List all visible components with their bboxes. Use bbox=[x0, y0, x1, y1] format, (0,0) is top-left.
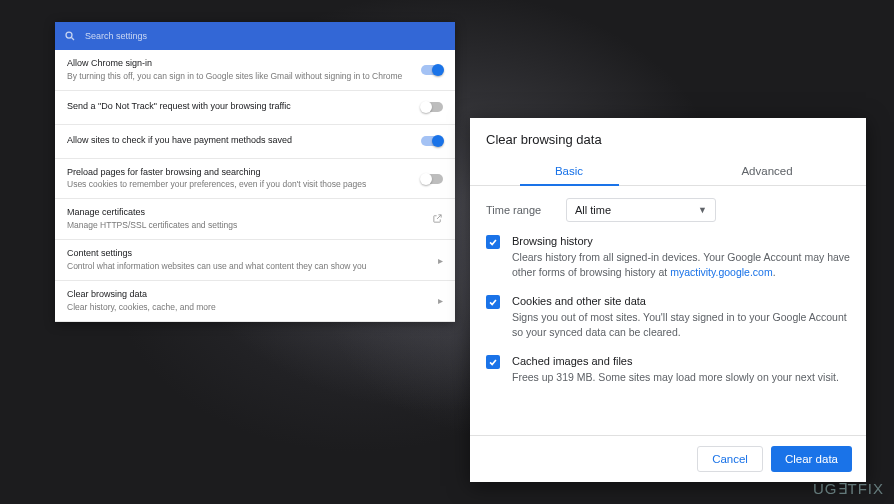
cancel-button[interactable]: Cancel bbox=[697, 446, 763, 472]
dialog-title: Clear browsing data bbox=[470, 118, 866, 157]
setting-title: Clear browsing data bbox=[67, 289, 411, 301]
check-cookies[interactable]: Cookies and other site data Signs you ou… bbox=[486, 294, 850, 340]
setting-clear-browsing-data[interactable]: Clear browsing data Clear history, cooki… bbox=[55, 281, 455, 322]
dialog-body: Time range All time ▼ Browsing history C… bbox=[470, 186, 866, 435]
check-title: Browsing history bbox=[512, 234, 850, 249]
check-browsing-history[interactable]: Browsing history Clears history from all… bbox=[486, 234, 850, 280]
tab-advanced[interactable]: Advanced bbox=[668, 157, 866, 185]
check-desc: Clears history from all signed-in device… bbox=[512, 250, 850, 279]
toggle-off-icon[interactable] bbox=[421, 174, 443, 184]
setting-payment-methods[interactable]: Allow sites to check if you have payment… bbox=[55, 125, 455, 159]
setting-title: Allow Chrome sign-in bbox=[67, 58, 411, 70]
checkbox-checked-icon[interactable] bbox=[486, 355, 500, 369]
setting-title: Send a "Do Not Track" request with your … bbox=[67, 101, 411, 113]
toggle-on-icon[interactable] bbox=[421, 65, 443, 75]
search-bar[interactable] bbox=[55, 22, 455, 50]
time-range-label: Time range bbox=[486, 204, 556, 216]
check-cached[interactable]: Cached images and files Frees up 319 MB.… bbox=[486, 354, 850, 385]
caret-down-icon: ▼ bbox=[698, 205, 707, 215]
setting-title: Manage certificates bbox=[67, 207, 411, 219]
time-range-select[interactable]: All time ▼ bbox=[566, 198, 716, 222]
clear-browsing-data-dialog: Clear browsing data Basic Advanced Time … bbox=[470, 118, 866, 482]
setting-preload-pages[interactable]: Preload pages for faster browsing and se… bbox=[55, 159, 455, 200]
svg-line-1 bbox=[72, 38, 75, 41]
toggle-off-icon[interactable] bbox=[421, 102, 443, 112]
setting-title: Allow sites to check if you have payment… bbox=[67, 135, 411, 147]
check-title: Cached images and files bbox=[512, 354, 839, 369]
setting-subtitle: Clear history, cookies, cache, and more bbox=[67, 302, 411, 313]
setting-subtitle: Manage HTTPS/SSL certificates and settin… bbox=[67, 220, 411, 231]
setting-content-settings[interactable]: Content settings Control what informatio… bbox=[55, 240, 455, 281]
search-icon bbox=[63, 29, 77, 43]
setting-subtitle: Control what information websites can us… bbox=[67, 261, 411, 272]
time-range-row: Time range All time ▼ bbox=[486, 198, 850, 222]
external-link-icon bbox=[432, 213, 443, 226]
setting-allow-chrome-signin[interactable]: Allow Chrome sign-in By turning this off… bbox=[55, 50, 455, 91]
dialog-tabs: Basic Advanced bbox=[470, 157, 866, 186]
myactivity-link[interactable]: myactivity.google.com bbox=[670, 266, 773, 278]
time-range-value: All time bbox=[575, 204, 611, 216]
dialog-footer: Cancel Clear data bbox=[470, 435, 866, 482]
check-desc: Signs you out of most sites. You'll stay… bbox=[512, 310, 850, 339]
chevron-right-icon: ▸ bbox=[438, 295, 443, 306]
tab-basic[interactable]: Basic bbox=[470, 157, 668, 185]
search-input[interactable] bbox=[85, 31, 447, 41]
settings-panel: Allow Chrome sign-in By turning this off… bbox=[55, 22, 455, 322]
setting-subtitle: Uses cookies to remember your preference… bbox=[67, 179, 411, 190]
setting-title: Content settings bbox=[67, 248, 411, 260]
setting-title: Preload pages for faster browsing and se… bbox=[67, 167, 411, 179]
check-desc: Frees up 319 MB. Some sites may load mor… bbox=[512, 370, 839, 385]
watermark: UG∃TFIX bbox=[813, 480, 884, 498]
chevron-right-icon: ▸ bbox=[438, 255, 443, 266]
svg-point-0 bbox=[66, 32, 72, 38]
setting-subtitle: By turning this off, you can sign in to … bbox=[67, 71, 411, 82]
toggle-on-icon[interactable] bbox=[421, 136, 443, 146]
check-title: Cookies and other site data bbox=[512, 294, 850, 309]
setting-manage-certificates[interactable]: Manage certificates Manage HTTPS/SSL cer… bbox=[55, 199, 455, 240]
setting-do-not-track[interactable]: Send a "Do Not Track" request with your … bbox=[55, 91, 455, 125]
checkbox-checked-icon[interactable] bbox=[486, 235, 500, 249]
clear-data-button[interactable]: Clear data bbox=[771, 446, 852, 472]
checkbox-checked-icon[interactable] bbox=[486, 295, 500, 309]
